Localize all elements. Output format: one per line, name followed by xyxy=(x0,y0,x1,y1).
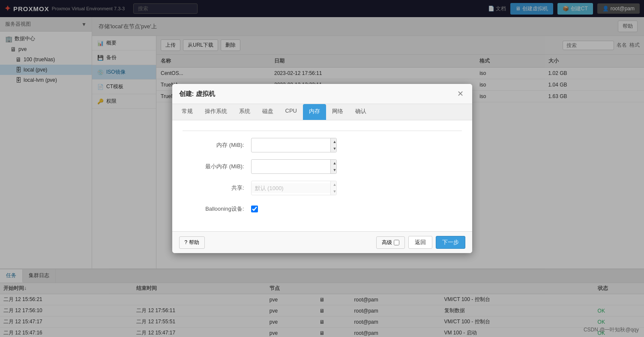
memory-control: 2048 ▲ ▼ xyxy=(251,138,337,152)
create-vm-modal: 创建: 虚拟机 ✕ 常规操作系统系统磁盘CPU内存网络确认 内存 (MiB): … xyxy=(172,84,472,253)
shares-increment-button[interactable]: ▲ xyxy=(331,181,337,188)
shares-row: 共享: ▲ ▼ xyxy=(183,181,462,195)
modal-footer: ? 帮助 高级 返回 下一步 xyxy=(172,231,472,253)
min-memory-control: 2048 ▲ ▼ xyxy=(251,159,337,174)
advanced-checkbox[interactable] xyxy=(394,240,399,245)
next-button[interactable]: 下一步 xyxy=(436,236,465,249)
shares-input[interactable] xyxy=(252,183,330,193)
modal-overlay: 创建: 虚拟机 ✕ 常规操作系统系统磁盘CPU内存网络确认 内存 (MiB): … xyxy=(0,0,644,337)
help-button[interactable]: ? 帮助 xyxy=(179,236,205,249)
modal-tab-内存[interactable]: 内存 xyxy=(303,104,326,120)
modal-tab-磁盘[interactable]: 磁盘 xyxy=(256,104,279,120)
modal-tab-系统[interactable]: 系统 xyxy=(233,104,256,120)
min-memory-spinbox[interactable]: 2048 ▲ ▼ xyxy=(251,159,337,174)
shares-spinbox[interactable]: ▲ ▼ xyxy=(251,181,337,195)
modal-tab-操作系统[interactable]: 操作系统 xyxy=(199,104,233,120)
modal-tab-常规[interactable]: 常规 xyxy=(176,104,199,120)
footer-left: ? 帮助 xyxy=(179,236,205,249)
modal-tab-确认[interactable]: 确认 xyxy=(349,104,372,120)
ballooning-row: Ballooning设备: xyxy=(183,202,462,216)
modal-title: 创建: 虚拟机 xyxy=(179,90,215,98)
memory-spinbox[interactable]: 2048 ▲ ▼ xyxy=(251,138,337,152)
shares-control: ▲ ▼ xyxy=(251,181,337,195)
modal-header: 创建: 虚拟机 ✕ xyxy=(172,84,472,104)
memory-spinbox-buttons: ▲ ▼ xyxy=(330,138,337,152)
memory-input[interactable]: 2048 xyxy=(252,140,330,150)
shares-decrement-button[interactable]: ▼ xyxy=(331,188,337,195)
min-memory-input[interactable]: 2048 xyxy=(252,162,330,172)
min-memory-decrement-button[interactable]: ▼ xyxy=(331,167,337,173)
ballooning-checkbox-wrapper xyxy=(251,206,337,212)
modal-close-button[interactable]: ✕ xyxy=(455,89,465,98)
ballooning-control xyxy=(251,206,337,212)
shares-spinbox-buttons: ▲ ▼ xyxy=(330,181,337,195)
min-memory-row: 最小内存 (MiB): 2048 ▲ ▼ xyxy=(183,159,462,174)
memory-decrement-button[interactable]: ▼ xyxy=(331,145,337,152)
modal-tab-CPU[interactable]: CPU xyxy=(279,104,303,120)
footer-right: 高级 返回 下一步 xyxy=(376,236,465,249)
modal-body: 内存 (MiB): 2048 ▲ ▼ 最小内存 (MiB): 20 xyxy=(172,120,472,231)
min-memory-increment-button[interactable]: ▲ xyxy=(331,160,337,167)
min-memory-label: 最小内存 (MiB): xyxy=(183,163,251,170)
memory-row: 内存 (MiB): 2048 ▲ ▼ xyxy=(183,138,462,152)
advanced-button[interactable]: 高级 xyxy=(376,236,405,249)
modal-tabs: 常规操作系统系统磁盘CPU内存网络确认 xyxy=(172,104,472,120)
ballooning-checkbox[interactable] xyxy=(251,206,258,212)
ballooning-label: Ballooning设备: xyxy=(183,205,251,213)
modal-tab-网络[interactable]: 网络 xyxy=(326,104,349,120)
help-icon: ? xyxy=(185,239,188,245)
memory-label: 内存 (MiB): xyxy=(183,141,251,149)
watermark: CSDN @一叶知秋@qqy xyxy=(584,326,639,334)
back-button[interactable]: 返回 xyxy=(408,236,432,249)
min-memory-spinbox-buttons: ▲ ▼ xyxy=(330,160,337,173)
memory-increment-button[interactable]: ▲ xyxy=(331,138,337,145)
shares-label: 共享: xyxy=(183,184,251,192)
